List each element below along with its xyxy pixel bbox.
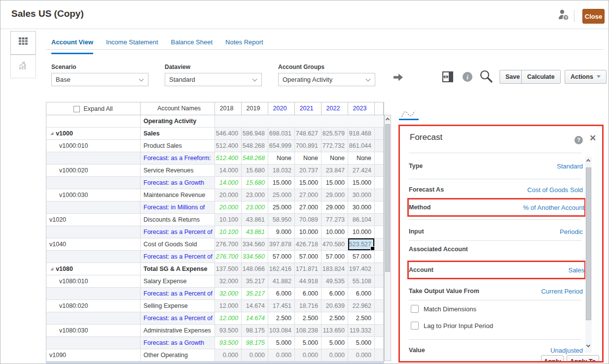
tab-balance-sheet[interactable]: Balance Sheet bbox=[171, 38, 213, 54]
grid-cell-value[interactable]: 57.000 bbox=[348, 251, 375, 263]
grid-cell-value[interactable]: 197.402 bbox=[348, 263, 375, 275]
scrollbar-thumb[interactable] bbox=[586, 167, 591, 320]
grid-cell-value[interactable]: 0.000 bbox=[268, 349, 295, 362]
grid-cell-value[interactable]: 23.000 bbox=[242, 189, 268, 201]
grid-cell-code[interactable] bbox=[46, 152, 141, 165]
grid-cell-value[interactable]: 43.861 bbox=[242, 214, 268, 226]
grid-cell-value[interactable]: 512.400 bbox=[215, 140, 242, 152]
grid-cell-value[interactable]: 6.000 bbox=[268, 288, 295, 300]
grid-cell-value[interactable]: 6.000 bbox=[348, 288, 375, 300]
grid-cell-value[interactable]: None bbox=[322, 152, 348, 165]
grid-cell-value[interactable]: 548.268 bbox=[242, 152, 268, 165]
grid-cell-value[interactable]: 25.000 bbox=[268, 201, 295, 214]
dataview-select[interactable]: Standard bbox=[165, 73, 262, 86]
grid-cell-value[interactable]: 30.000 bbox=[348, 201, 375, 214]
grid-cell-value[interactable]: 119.332 bbox=[348, 325, 375, 337]
apply-to-button[interactable]: Apply To bbox=[567, 355, 599, 363]
value-value-link[interactable]: Unadjusted bbox=[550, 347, 583, 354]
grid-cell-value[interactable]: 27.000 bbox=[295, 189, 322, 201]
take-output-value-link[interactable]: Current Period bbox=[541, 288, 583, 295]
match-dimensions-checkbox[interactable]: Match Dimensions bbox=[411, 305, 476, 313]
grid-cell-value[interactable]: 12.000 bbox=[215, 300, 242, 312]
grid-cell-value[interactable]: 0.000 bbox=[242, 349, 268, 362]
tab-income-statement[interactable]: Income Statement bbox=[106, 38, 158, 54]
grid-cell-value[interactable]: 183.824 bbox=[322, 263, 348, 275]
grid-cell-value[interactable]: 748.627 bbox=[295, 128, 322, 140]
grid-cell-value[interactable]: 23.000 bbox=[242, 201, 268, 214]
close-button[interactable]: Close bbox=[582, 9, 605, 24]
grid-cell-code[interactable] bbox=[46, 177, 141, 189]
grid-cell-value[interactable]: 0.000 bbox=[295, 349, 322, 362]
scroll-down-icon[interactable] bbox=[586, 343, 590, 347]
grid-cell-value[interactable]: 20.000 bbox=[215, 189, 242, 201]
grid-cell-value[interactable]: 17.451 bbox=[268, 300, 295, 312]
grid-cell-value[interactable]: 77.273 bbox=[322, 214, 348, 226]
grid-cell-code[interactable] bbox=[46, 337, 141, 349]
grid-cell-value[interactable]: 18.032 bbox=[268, 165, 295, 177]
grid-cell-value[interactable]: 700.891 bbox=[295, 140, 322, 152]
grid-cell-value[interactable]: 49.535 bbox=[322, 275, 348, 288]
tab-account-view[interactable]: Account View bbox=[51, 38, 93, 54]
grid-cell-value[interactable]: 512.400 bbox=[215, 152, 242, 165]
grid-cell-value[interactable]: 0.000 bbox=[322, 349, 348, 362]
grid-cell-code[interactable]: ◢v1000 bbox=[46, 128, 141, 140]
grid-cell-value[interactable]: 548.268 bbox=[242, 140, 268, 152]
grid-cell-value[interactable]: 70.089 bbox=[295, 214, 322, 226]
grid-cell-name[interactable]: Selling Expense bbox=[141, 300, 215, 312]
grid-cell-name[interactable]: Total SG & A Expense bbox=[141, 263, 215, 275]
scenario-select[interactable]: Base bbox=[51, 73, 148, 86]
user-assistance-icon[interactable]: ? bbox=[557, 8, 571, 24]
grid-cell-value[interactable]: 0.000 bbox=[348, 349, 375, 362]
grid-cell-value[interactable]: 523.527 bbox=[348, 238, 375, 251]
grid-cell-value[interactable]: 772.732 bbox=[322, 140, 348, 152]
grid-cell-name[interactable]: Forecast: as a Percent of bbox=[141, 312, 215, 325]
grid-cell-name[interactable]: Forecast: as a Percent of bbox=[141, 226, 215, 238]
grid-cell-value[interactable]: 162.416 bbox=[268, 263, 295, 275]
grid-cell-code[interactable] bbox=[46, 288, 141, 300]
grid-cell-value[interactable]: 2.500 bbox=[348, 312, 375, 325]
sidebar-item-chart-view[interactable] bbox=[10, 55, 36, 78]
grid-cell-code[interactable]: v1000:030 bbox=[46, 189, 141, 201]
method-value-link[interactable]: % of Another Account bbox=[523, 204, 584, 211]
sidebar-item-grid-view[interactable] bbox=[10, 31, 36, 55]
grid-cell-name[interactable]: Sales bbox=[141, 128, 215, 140]
grid-cell-name[interactable]: Forecast: as a Freeform: bbox=[141, 152, 215, 165]
grid-cell-value[interactable]: 15.000 bbox=[348, 177, 375, 189]
lag-to-prior-input-period-checkbox[interactable]: Lag to Prior Input Period bbox=[411, 322, 493, 330]
grid-cell-name[interactable]: Cost of Goods Sold bbox=[141, 238, 215, 251]
grid-cell-value[interactable]: 918.468 bbox=[348, 128, 375, 140]
grid-cell-value[interactable]: 22.962 bbox=[348, 300, 375, 312]
collapse-twisty-icon[interactable]: ◢ bbox=[50, 266, 53, 271]
grid-cell-value[interactable]: 15.680 bbox=[242, 177, 268, 189]
grid-cell-value[interactable]: 9.000 bbox=[268, 226, 295, 238]
grid-cell-value[interactable]: 171.871 bbox=[295, 263, 322, 275]
grid-cell-value[interactable]: 426.718 bbox=[295, 238, 322, 251]
grid-cell-value[interactable]: 15.000 bbox=[268, 177, 295, 189]
grid-cell-name[interactable]: Operating Activity bbox=[141, 115, 215, 128]
grid-cell-code[interactable]: v1080:030 bbox=[46, 325, 141, 337]
grid-cell-code[interactable]: v1090 bbox=[46, 349, 141, 362]
grid-cell-code[interactable]: v1040 bbox=[46, 238, 141, 251]
expand-all-checkbox[interactable] bbox=[73, 106, 80, 112]
grid-cell-value[interactable]: 57.000 bbox=[295, 251, 322, 263]
grid-cell-value[interactable]: 14.674 bbox=[242, 300, 268, 312]
grid-cell-value[interactable]: 137.500 bbox=[215, 263, 242, 275]
input-value-link[interactable]: Periodic bbox=[560, 228, 583, 235]
grid-cell-value[interactable]: 23.847 bbox=[322, 165, 348, 177]
grid-cell-value[interactable]: 20.000 bbox=[215, 201, 242, 214]
grid-cell-value[interactable]: 58.950 bbox=[268, 214, 295, 226]
search-icon[interactable] bbox=[479, 69, 494, 86]
grid-cell-code[interactable]: v1080:020 bbox=[46, 300, 141, 312]
grid-cell-name[interactable]: Forecast: as a Percent of bbox=[141, 251, 215, 263]
grid-cell-value[interactable]: 654.999 bbox=[268, 140, 295, 152]
grid-cell-value[interactable]: 2.500 bbox=[268, 312, 295, 325]
grid-cell-value[interactable]: 98.175 bbox=[242, 337, 268, 349]
grid-cell-value[interactable]: 334.560 bbox=[242, 238, 268, 251]
account-value-link[interactable]: Sales bbox=[568, 266, 584, 274]
grid-cell-value[interactable]: 698.031 bbox=[268, 128, 295, 140]
grid-cell-value[interactable]: 276.700 bbox=[215, 238, 242, 251]
grid-cell-value[interactable]: 10.100 bbox=[215, 226, 242, 238]
grid-cell-value[interactable]: 14.674 bbox=[242, 312, 268, 325]
help-icon[interactable]: ? bbox=[574, 136, 583, 144]
grid-cell-value[interactable]: 93.500 bbox=[215, 337, 242, 349]
